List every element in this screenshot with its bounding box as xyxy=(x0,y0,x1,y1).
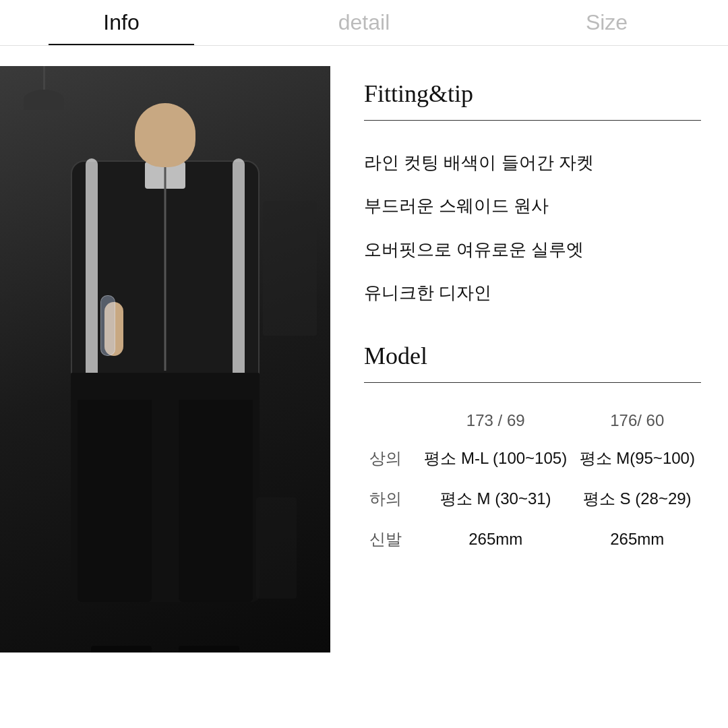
fitting-item-4: 유니크한 디자인 xyxy=(364,271,701,314)
fitting-item-1: 라인 컷팅 배색이 들어간 자켓 xyxy=(364,141,701,184)
main-content: Fitting&tip 라인 컷팅 배색이 들어간 자켓 부드러운 스웨이드 원… xyxy=(0,46,728,728)
product-image xyxy=(0,66,330,653)
row-label-haui: 하의 xyxy=(364,479,418,519)
tab-bar: Info detail Size xyxy=(0,0,728,46)
table-row: 신발 265mm 265mm xyxy=(364,519,701,559)
fitting-divider xyxy=(364,120,701,121)
table-row: 상의 평소 M-L (100~105) 평소 M(95~100) xyxy=(364,438,701,479)
row-haui-col2: 평소 S (28~29) xyxy=(573,479,701,519)
model-column-headers: 173 / 69 176/ 60 xyxy=(364,403,701,438)
table-row: 하의 평소 M (30~31) 평소 S (28~29) xyxy=(364,479,701,519)
row-haui-col1: 평소 M (30~31) xyxy=(418,479,573,519)
tab-detail[interactable]: detail xyxy=(243,0,485,45)
col-header-2: 176/ 60 xyxy=(573,403,701,438)
row-label-sangui: 상의 xyxy=(364,438,418,479)
row-sangui-col1: 평소 M-L (100~105) xyxy=(418,438,573,479)
row-sangui-col2: 평소 M(95~100) xyxy=(573,438,701,479)
row-sinbal-col1: 265mm xyxy=(418,519,573,559)
tab-info[interactable]: Info xyxy=(0,0,243,45)
fitting-item-2: 부드러운 스웨이드 원사 xyxy=(364,184,701,227)
info-panel: Fitting&tip 라인 컷팅 배색이 들어간 자켓 부드러운 스웨이드 원… xyxy=(330,66,728,728)
col-header-1: 173 / 69 xyxy=(418,403,573,438)
model-title: Model xyxy=(364,342,701,370)
tab-size[interactable]: Size xyxy=(485,0,728,45)
row-sinbal-col2: 265mm xyxy=(573,519,701,559)
fitting-list: 라인 컷팅 배색이 들어간 자켓 부드러운 스웨이드 원사 오버핏으로 여유로운… xyxy=(364,141,701,315)
row-label-sinbal: 신발 xyxy=(364,519,418,559)
col-header-empty xyxy=(364,403,418,438)
model-table: 173 / 69 176/ 60 상의 평소 M-L (100~105) 평소 … xyxy=(364,403,701,559)
model-section: Model 173 / 69 176/ 60 상의 평소 M-L (100~10… xyxy=(364,342,701,559)
fitting-section: Fitting&tip 라인 컷팅 배색이 들어간 자켓 부드러운 스웨이드 원… xyxy=(364,80,701,315)
fitting-item-3: 오버핏으로 여유로운 실루엣 xyxy=(364,228,701,271)
model-divider xyxy=(364,382,701,383)
fitting-title: Fitting&tip xyxy=(364,80,701,108)
